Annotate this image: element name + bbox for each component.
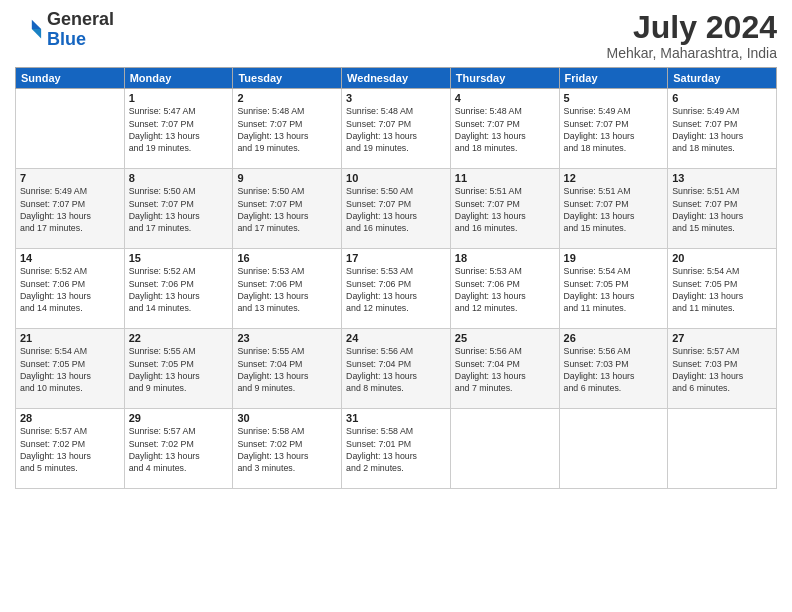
day-info: Sunrise: 5:56 AM Sunset: 7:04 PM Dayligh… xyxy=(346,345,446,394)
calendar-week-row: 14Sunrise: 5:52 AM Sunset: 7:06 PM Dayli… xyxy=(16,249,777,329)
calendar-cell xyxy=(668,409,777,489)
calendar-cell: 9Sunrise: 5:50 AM Sunset: 7:07 PM Daylig… xyxy=(233,169,342,249)
day-info: Sunrise: 5:55 AM Sunset: 7:04 PM Dayligh… xyxy=(237,345,337,394)
day-info: Sunrise: 5:48 AM Sunset: 7:07 PM Dayligh… xyxy=(346,105,446,154)
day-number: 2 xyxy=(237,92,337,104)
calendar-cell: 2Sunrise: 5:48 AM Sunset: 7:07 PM Daylig… xyxy=(233,89,342,169)
day-number: 9 xyxy=(237,172,337,184)
day-info: Sunrise: 5:47 AM Sunset: 7:07 PM Dayligh… xyxy=(129,105,229,154)
day-info: Sunrise: 5:55 AM Sunset: 7:05 PM Dayligh… xyxy=(129,345,229,394)
month-title: July 2024 xyxy=(607,10,777,45)
calendar-body: 1Sunrise: 5:47 AM Sunset: 7:07 PM Daylig… xyxy=(16,89,777,489)
calendar-cell: 29Sunrise: 5:57 AM Sunset: 7:02 PM Dayli… xyxy=(124,409,233,489)
day-number: 6 xyxy=(672,92,772,104)
day-number: 15 xyxy=(129,252,229,264)
weekday-header: Friday xyxy=(559,68,668,89)
day-number: 31 xyxy=(346,412,446,424)
day-number: 18 xyxy=(455,252,555,264)
calendar-cell: 16Sunrise: 5:53 AM Sunset: 7:06 PM Dayli… xyxy=(233,249,342,329)
day-number: 25 xyxy=(455,332,555,344)
calendar-cell: 12Sunrise: 5:51 AM Sunset: 7:07 PM Dayli… xyxy=(559,169,668,249)
day-info: Sunrise: 5:49 AM Sunset: 7:07 PM Dayligh… xyxy=(672,105,772,154)
day-number: 4 xyxy=(455,92,555,104)
calendar-cell: 31Sunrise: 5:58 AM Sunset: 7:01 PM Dayli… xyxy=(342,409,451,489)
calendar-cell: 3Sunrise: 5:48 AM Sunset: 7:07 PM Daylig… xyxy=(342,89,451,169)
day-number: 17 xyxy=(346,252,446,264)
calendar-cell: 15Sunrise: 5:52 AM Sunset: 7:06 PM Dayli… xyxy=(124,249,233,329)
day-info: Sunrise: 5:50 AM Sunset: 7:07 PM Dayligh… xyxy=(129,185,229,234)
day-info: Sunrise: 5:53 AM Sunset: 7:06 PM Dayligh… xyxy=(237,265,337,314)
day-info: Sunrise: 5:52 AM Sunset: 7:06 PM Dayligh… xyxy=(129,265,229,314)
day-number: 12 xyxy=(564,172,664,184)
calendar-cell: 22Sunrise: 5:55 AM Sunset: 7:05 PM Dayli… xyxy=(124,329,233,409)
day-info: Sunrise: 5:51 AM Sunset: 7:07 PM Dayligh… xyxy=(672,185,772,234)
day-number: 19 xyxy=(564,252,664,264)
calendar-week-row: 1Sunrise: 5:47 AM Sunset: 7:07 PM Daylig… xyxy=(16,89,777,169)
calendar-cell xyxy=(16,89,125,169)
day-number: 29 xyxy=(129,412,229,424)
weekday-header: Wednesday xyxy=(342,68,451,89)
weekday-header: Sunday xyxy=(16,68,125,89)
day-number: 5 xyxy=(564,92,664,104)
calendar-cell: 4Sunrise: 5:48 AM Sunset: 7:07 PM Daylig… xyxy=(450,89,559,169)
calendar-cell xyxy=(559,409,668,489)
calendar-cell: 24Sunrise: 5:56 AM Sunset: 7:04 PM Dayli… xyxy=(342,329,451,409)
calendar-week-row: 7Sunrise: 5:49 AM Sunset: 7:07 PM Daylig… xyxy=(16,169,777,249)
calendar-table: SundayMondayTuesdayWednesdayThursdayFrid… xyxy=(15,67,777,489)
calendar-cell: 17Sunrise: 5:53 AM Sunset: 7:06 PM Dayli… xyxy=(342,249,451,329)
day-number: 7 xyxy=(20,172,120,184)
calendar-cell: 26Sunrise: 5:56 AM Sunset: 7:03 PM Dayli… xyxy=(559,329,668,409)
calendar-cell: 30Sunrise: 5:58 AM Sunset: 7:02 PM Dayli… xyxy=(233,409,342,489)
calendar-cell: 11Sunrise: 5:51 AM Sunset: 7:07 PM Dayli… xyxy=(450,169,559,249)
logo: General Blue xyxy=(15,10,114,50)
calendar-cell: 20Sunrise: 5:54 AM Sunset: 7:05 PM Dayli… xyxy=(668,249,777,329)
calendar-week-row: 28Sunrise: 5:57 AM Sunset: 7:02 PM Dayli… xyxy=(16,409,777,489)
day-number: 21 xyxy=(20,332,120,344)
calendar-cell: 18Sunrise: 5:53 AM Sunset: 7:06 PM Dayli… xyxy=(450,249,559,329)
day-info: Sunrise: 5:51 AM Sunset: 7:07 PM Dayligh… xyxy=(564,185,664,234)
calendar-cell: 25Sunrise: 5:56 AM Sunset: 7:04 PM Dayli… xyxy=(450,329,559,409)
day-number: 8 xyxy=(129,172,229,184)
day-number: 24 xyxy=(346,332,446,344)
day-info: Sunrise: 5:49 AM Sunset: 7:07 PM Dayligh… xyxy=(564,105,664,154)
day-info: Sunrise: 5:54 AM Sunset: 7:05 PM Dayligh… xyxy=(564,265,664,314)
calendar-cell: 23Sunrise: 5:55 AM Sunset: 7:04 PM Dayli… xyxy=(233,329,342,409)
day-number: 28 xyxy=(20,412,120,424)
calendar-cell xyxy=(450,409,559,489)
logo-icon xyxy=(15,16,43,44)
day-number: 1 xyxy=(129,92,229,104)
weekday-header: Thursday xyxy=(450,68,559,89)
calendar-page: General Blue July 2024 Mehkar, Maharasht… xyxy=(0,0,792,612)
day-number: 23 xyxy=(237,332,337,344)
calendar-cell: 27Sunrise: 5:57 AM Sunset: 7:03 PM Dayli… xyxy=(668,329,777,409)
day-info: Sunrise: 5:56 AM Sunset: 7:03 PM Dayligh… xyxy=(564,345,664,394)
day-info: Sunrise: 5:56 AM Sunset: 7:04 PM Dayligh… xyxy=(455,345,555,394)
calendar-cell: 28Sunrise: 5:57 AM Sunset: 7:02 PM Dayli… xyxy=(16,409,125,489)
location-title: Mehkar, Maharashtra, India xyxy=(607,45,777,61)
day-number: 16 xyxy=(237,252,337,264)
day-info: Sunrise: 5:57 AM Sunset: 7:03 PM Dayligh… xyxy=(672,345,772,394)
day-info: Sunrise: 5:54 AM Sunset: 7:05 PM Dayligh… xyxy=(20,345,120,394)
day-number: 22 xyxy=(129,332,229,344)
calendar-cell: 13Sunrise: 5:51 AM Sunset: 7:07 PM Dayli… xyxy=(668,169,777,249)
svg-marker-1 xyxy=(32,29,41,38)
day-info: Sunrise: 5:51 AM Sunset: 7:07 PM Dayligh… xyxy=(455,185,555,234)
day-number: 20 xyxy=(672,252,772,264)
day-number: 14 xyxy=(20,252,120,264)
day-info: Sunrise: 5:58 AM Sunset: 7:01 PM Dayligh… xyxy=(346,425,446,474)
day-info: Sunrise: 5:53 AM Sunset: 7:06 PM Dayligh… xyxy=(455,265,555,314)
calendar-cell: 10Sunrise: 5:50 AM Sunset: 7:07 PM Dayli… xyxy=(342,169,451,249)
weekday-header: Monday xyxy=(124,68,233,89)
calendar-week-row: 21Sunrise: 5:54 AM Sunset: 7:05 PM Dayli… xyxy=(16,329,777,409)
day-info: Sunrise: 5:48 AM Sunset: 7:07 PM Dayligh… xyxy=(237,105,337,154)
day-info: Sunrise: 5:50 AM Sunset: 7:07 PM Dayligh… xyxy=(237,185,337,234)
day-number: 26 xyxy=(564,332,664,344)
calendar-cell: 19Sunrise: 5:54 AM Sunset: 7:05 PM Dayli… xyxy=(559,249,668,329)
header: General Blue July 2024 Mehkar, Maharasht… xyxy=(15,10,777,61)
calendar-cell: 6Sunrise: 5:49 AM Sunset: 7:07 PM Daylig… xyxy=(668,89,777,169)
title-block: July 2024 Mehkar, Maharashtra, India xyxy=(607,10,777,61)
calendar-cell: 5Sunrise: 5:49 AM Sunset: 7:07 PM Daylig… xyxy=(559,89,668,169)
logo-text: General Blue xyxy=(47,10,114,50)
day-number: 11 xyxy=(455,172,555,184)
day-info: Sunrise: 5:58 AM Sunset: 7:02 PM Dayligh… xyxy=(237,425,337,474)
